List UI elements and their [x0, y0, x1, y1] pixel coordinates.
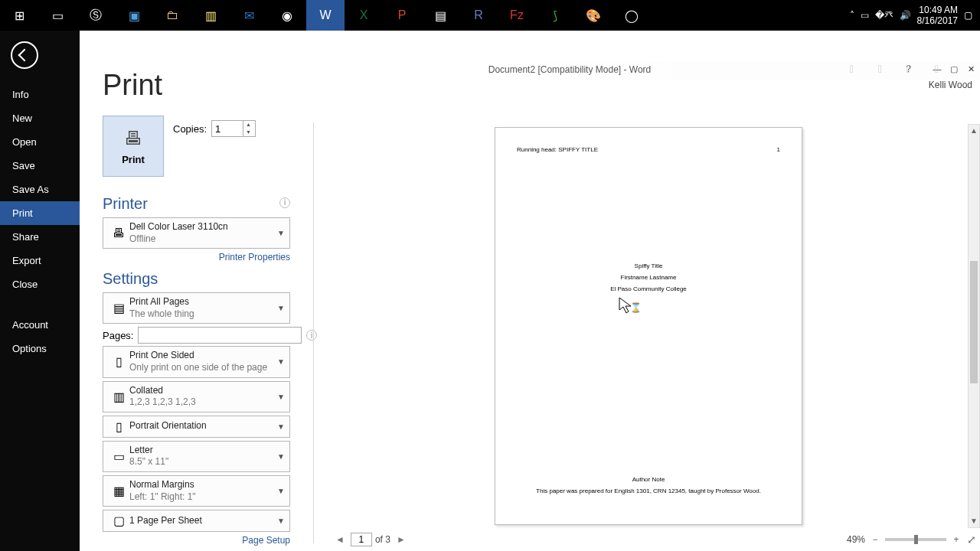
task-view-button[interactable]: ▭ — [38, 0, 77, 31]
volume-icon[interactable]: 🔊 — [900, 10, 911, 21]
pages-icon: ▤ — [108, 301, 129, 315]
app-powerpoint[interactable]: P — [383, 0, 421, 31]
copies-up[interactable]: ▲ — [243, 121, 253, 129]
collate-secondary: 1,2,3 1,2,3 1,2,3 — [129, 396, 277, 409]
sidebar-item-close[interactable]: Close — [0, 272, 80, 296]
print-preview: Running head: SPIFFY TITLE 1 Spiffy Titl… — [332, 122, 965, 531]
panel-divider — [313, 122, 314, 543]
printer-status: Offline — [129, 233, 277, 246]
scroll-down-button[interactable]: ▼ — [969, 515, 979, 527]
printer-icon: 🖶 — [124, 128, 142, 149]
preview-author: Firstname Lastname — [517, 272, 780, 283]
pages-range-secondary: The whole thing — [129, 308, 277, 321]
print-button[interactable]: 🖶 Print — [103, 116, 164, 177]
app-calculator[interactable]: ▤ — [421, 0, 459, 31]
app-obs[interactable]: ◯ — [612, 0, 651, 31]
page-setup-link[interactable]: Page Setup — [103, 535, 290, 546]
app-explorer[interactable]: ▣ — [115, 0, 153, 31]
margins-primary: Normal Margins — [129, 479, 277, 491]
app-r[interactable]: R — [459, 0, 498, 31]
pages-input[interactable] — [138, 327, 302, 344]
app-notes[interactable]: ▥ — [191, 0, 230, 31]
preview-school: El Paso Community College — [517, 283, 780, 295]
sidebar-item-save[interactable]: Save — [0, 154, 80, 178]
restore-button[interactable]: ▢ — [946, 63, 962, 75]
sidebar-item-open[interactable]: Open — [0, 130, 80, 154]
battery-icon[interactable]: ▭ — [861, 10, 869, 21]
chevron-down-icon: ▼ — [277, 357, 285, 366]
app-excel[interactable]: X — [345, 0, 383, 31]
sidebar-item-info[interactable]: Info — [0, 83, 80, 106]
app-chrome[interactable]: ◉ — [268, 0, 306, 31]
setting-per-sheet[interactable]: ▢ 1 Page Per Sheet ▼ — [103, 510, 290, 532]
chevron-down-icon: ▼ — [277, 487, 285, 495]
paper-primary: Letter — [129, 445, 277, 457]
sidebar-item-new[interactable]: New — [0, 106, 80, 130]
setting-orientation[interactable]: ▯ Portrait Orientation ▼ — [103, 416, 290, 438]
app-folder[interactable]: 🗀 — [153, 0, 191, 31]
action-center-icon[interactable]: ▢ — [964, 10, 972, 21]
chevron-down-icon: ▼ — [277, 304, 285, 312]
copies-input[interactable] — [212, 123, 243, 135]
zoom-in-button[interactable]: + — [951, 534, 962, 545]
setting-paper[interactable]: ▭ Letter 8.5" x 11" ▼ — [103, 441, 290, 472]
printer-select[interactable]: 🖶 Dell Color Laser 3110cn Offline ▼ — [103, 217, 290, 249]
zoom-fit-button[interactable]: ⤢ — [966, 533, 977, 546]
print-button-label: Print — [122, 154, 145, 165]
page-of-label: of 3 — [375, 534, 390, 545]
portrait-icon: ▯ — [108, 419, 129, 434]
copies-spinner[interactable]: ▲▼ — [211, 120, 256, 137]
app-green[interactable]: ⟆ — [536, 0, 574, 31]
scroll-thumb[interactable] — [970, 261, 978, 383]
printer-heading: Printer — [103, 195, 148, 213]
pages-info-icon[interactable]: i — [306, 330, 317, 341]
page-input[interactable] — [351, 533, 372, 546]
wifi-icon[interactable]: �癶 — [875, 9, 893, 22]
app-skype[interactable]: Ⓢ — [77, 0, 115, 31]
margins-secondary: Left: 1" Right: 1" — [129, 491, 277, 504]
zoom-label[interactable]: 49% — [847, 534, 865, 545]
zoom-knob[interactable] — [914, 535, 918, 544]
printer-info-icon[interactable]: i — [279, 197, 290, 208]
sidebar-item-export[interactable]: Export — [0, 249, 80, 272]
close-button[interactable]: ✕ — [963, 63, 978, 75]
backstage-sidebar: InfoNewOpenSaveSave AsPrintShareExportCl… — [0, 31, 80, 551]
minimize-button[interactable]: — — [929, 63, 945, 75]
busy-cursor-icon: ⌛ — [618, 296, 641, 318]
preview-page-number: 1 — [777, 146, 780, 153]
printer-properties-link[interactable]: Printer Properties — [103, 252, 290, 262]
setting-collate[interactable]: ▥ Collated 1,2,3 1,2,3 1,2,3 ▼ — [103, 381, 290, 412]
user-name[interactable]: Kelli Wood — [929, 80, 972, 90]
app-outlook[interactable]: ✉ — [230, 0, 268, 31]
zoom-slider[interactable] — [885, 538, 946, 541]
tray-chevron-icon[interactable]: ˄ — [850, 10, 854, 21]
copies-down[interactable]: ▼ — [243, 129, 253, 136]
preview-footer: ◄ of 3 ► 49% − + ⤢ — [332, 531, 977, 548]
preview-title: Spiffy Title — [517, 260, 780, 272]
app-filezilla[interactable]: Fz — [498, 0, 536, 31]
sidebar-item-options[interactable]: Options — [0, 337, 80, 360]
app-paint[interactable]: 🎨 — [574, 0, 612, 31]
sidebar-item-print[interactable]: Print — [0, 201, 80, 225]
chevron-down-icon: ▼ — [277, 452, 285, 461]
letter-icon: ▭ — [108, 449, 129, 464]
prev-page-button[interactable]: ◄ — [332, 534, 348, 545]
preview-page: Running head: SPIFFY TITLE 1 Spiffy Titl… — [495, 127, 802, 525]
setting-margins[interactable]: ▦ Normal Margins Left: 1" Right: 1" ▼ — [103, 475, 290, 507]
system-clock[interactable]: 10:49 AM 8/16/2017 — [917, 5, 958, 27]
scroll-up-button[interactable]: ▲ — [969, 125, 979, 137]
help-button[interactable]: ? — [906, 64, 911, 74]
zoom-out-button[interactable]: − — [870, 534, 880, 545]
sidebar-item-account[interactable]: Account — [0, 313, 80, 337]
app-word[interactable]: W — [306, 0, 345, 31]
setting-sides[interactable]: ▯ Print One Sided Only print on one side… — [103, 346, 290, 377]
start-button[interactable]: ⊞ — [0, 0, 38, 31]
next-page-button[interactable]: ► — [394, 534, 409, 545]
back-button[interactable] — [11, 41, 38, 69]
sidebar-item-save-as[interactable]: Save As — [0, 178, 80, 201]
setting-pages-range[interactable]: ▤ Print All Pages The whole thing ▼ — [103, 292, 290, 324]
preview-scrollbar[interactable]: ▲ ▼ — [968, 124, 980, 528]
printer-status-icon: 🖶 — [108, 227, 129, 240]
sidebar-item-share[interactable]: Share — [0, 225, 80, 249]
pages-label: Pages: — [103, 330, 133, 341]
